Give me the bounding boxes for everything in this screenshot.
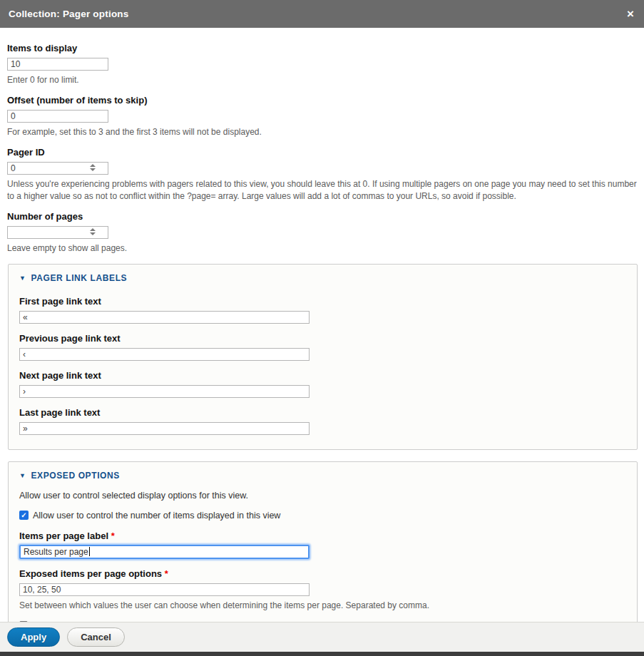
previous-page-link-input[interactable]: [19, 348, 310, 361]
offset-description: For example, set this to 3 and the first…: [7, 126, 637, 138]
form-item-next-page-link: Next page link text: [19, 370, 626, 398]
items-to-display-description: Enter 0 for no limit.: [7, 74, 637, 86]
control-items-checkbox-label: Allow user to control the number of item…: [33, 511, 280, 521]
previous-page-link-label: Previous page link text: [19, 333, 626, 344]
items-per-page-label-label: Items per page label *: [19, 531, 626, 541]
pager-id-label: Pager ID: [7, 147, 637, 158]
exposed-options-summary-text: EXPOSED OPTIONS: [31, 471, 120, 481]
next-page-link-label: Next page link text: [19, 370, 626, 381]
chevron-down-icon: ▼: [19, 275, 26, 282]
control-items-checkbox-row: ✓ Allow user to control the number of it…: [19, 511, 626, 521]
form-item-exposed-items-options: Exposed items per page options * Set bet…: [19, 568, 626, 611]
dialog-titlebar: Collection: Pager options ×: [0, 0, 644, 28]
cancel-button[interactable]: Cancel: [67, 627, 125, 647]
chevron-down-icon: ▼: [19, 472, 26, 479]
form-item-pager-id: Pager ID Unless you're experiencing prob…: [7, 147, 637, 201]
items-per-page-label-text: Items per page label: [19, 531, 108, 541]
number-spinner-icon[interactable]: [90, 164, 96, 171]
control-items-checkbox[interactable]: ✓: [19, 511, 29, 520]
form-item-items-to-display: Items to display Enter 0 for no limit.: [7, 43, 637, 86]
number-spinner-icon[interactable]: [90, 228, 96, 235]
dialog-content: Items to display Enter 0 for no limit. O…: [0, 28, 644, 656]
first-page-link-input[interactable]: [19, 311, 310, 324]
check-icon: ✓: [21, 512, 26, 519]
close-icon[interactable]: ×: [625, 8, 635, 20]
exposed-options-intro: Allow user to control selected display o…: [19, 491, 626, 501]
dialog-button-pane: Apply Cancel: [0, 622, 644, 652]
background-page-strip: [0, 652, 644, 656]
number-of-pages-description: Leave empty to show all pages.: [7, 242, 637, 254]
apply-button[interactable]: Apply: [7, 627, 60, 647]
form-item-previous-page-link: Previous page link text: [19, 333, 626, 361]
pager-link-labels-summary[interactable]: ▼ PAGER LINK LABELS: [19, 273, 626, 283]
form-item-number-of-pages: Number of pages Leave empty to show all …: [7, 211, 637, 254]
exposed-items-options-label: Exposed items per page options *: [19, 568, 626, 579]
required-asterisk: *: [165, 568, 168, 579]
items-to-display-input[interactable]: [7, 58, 108, 71]
form-item-items-per-page-label: Items per page label * Results per page: [19, 531, 626, 559]
last-page-link-input[interactable]: [19, 422, 310, 435]
form-item-offset: Offset (number of items to skip) For exa…: [7, 95, 637, 138]
exposed-items-options-input[interactable]: [19, 583, 310, 596]
exposed-items-options-label-text: Exposed items per page options: [19, 568, 162, 579]
form-item-first-page-link: First page link text: [19, 296, 626, 324]
number-of-pages-label: Number of pages: [7, 211, 637, 222]
text-cursor: [89, 547, 90, 556]
exposed-options-summary[interactable]: ▼ EXPOSED OPTIONS: [19, 471, 626, 481]
offset-label: Offset (number of items to skip): [7, 95, 637, 106]
required-asterisk: *: [111, 531, 115, 541]
items-per-page-label-input[interactable]: Results per page: [19, 545, 310, 559]
last-page-link-label: Last page link text: [19, 407, 626, 418]
pager-link-labels-fieldset: ▼ PAGER LINK LABELS First page link text…: [8, 264, 638, 450]
first-page-link-label: First page link text: [19, 296, 626, 307]
items-per-page-label-value: Results per page: [24, 547, 88, 557]
exposed-items-options-description: Set between which values the user can ch…: [19, 600, 626, 611]
pager-link-labels-summary-text: PAGER LINK LABELS: [31, 273, 128, 283]
dialog-title: Collection: Pager options: [9, 9, 129, 19]
form-item-last-page-link: Last page link text: [19, 407, 626, 435]
pager-id-description: Unless you're experiencing problems with…: [7, 178, 637, 201]
offset-input[interactable]: [7, 110, 108, 123]
next-page-link-input[interactable]: [19, 385, 310, 398]
items-to-display-label: Items to display: [7, 43, 637, 53]
